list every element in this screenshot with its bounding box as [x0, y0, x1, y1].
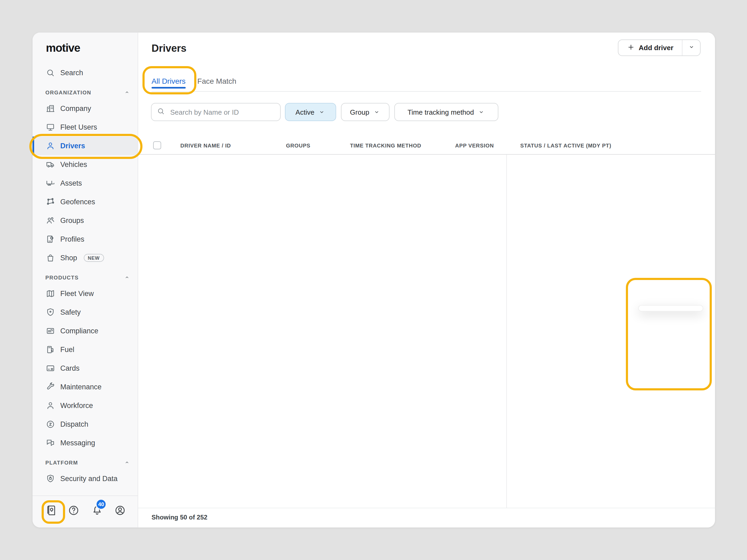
status-filter[interactable]: Active — [285, 103, 336, 121]
search-icon — [46, 68, 55, 77]
search-icon — [157, 107, 165, 117]
sidebar-item-label: Shop — [60, 254, 77, 262]
help-button[interactable] — [67, 505, 81, 518]
sidebar-item-maintenance[interactable]: Maintenance — [32, 378, 138, 396]
sidebar-item-label: Compliance — [60, 327, 99, 335]
sidebar-item-compliance[interactable]: Compliance — [32, 322, 138, 340]
sidebar-footer: 40 — [32, 496, 138, 528]
time-tracking-filter-label: Time tracking method — [407, 108, 474, 116]
safety-icon — [46, 308, 55, 317]
status-column-divider — [506, 155, 507, 508]
chevron-up-icon — [124, 459, 130, 465]
chevron-down-icon — [688, 43, 695, 53]
sidebar-item-label: Security and Data — [60, 475, 118, 483]
sidebar-section-products[interactable]: PRODUCTS — [32, 270, 138, 284]
sidebar-section-label: PLATFORM — [45, 459, 78, 465]
group-filter-label: Group — [350, 108, 369, 116]
sidebar-item-drivers[interactable]: Drivers — [32, 136, 138, 155]
sidebar-item-groups[interactable]: Groups — [32, 211, 138, 230]
company-icon — [46, 104, 55, 113]
sidebar-item-label: Search — [60, 69, 83, 77]
sidebar-item-fleet-users[interactable]: Fleet Users — [32, 118, 138, 136]
workforce-icon — [46, 401, 55, 410]
group-filter[interactable]: Group — [341, 103, 389, 121]
main-content: Drivers Add driver All Drivers Face Matc… — [138, 32, 715, 528]
column-header-driver-name: DRIVER NAME / ID — [180, 142, 231, 148]
bell-button[interactable]: 40 — [90, 505, 104, 518]
row-count-summary: Showing 50 of 252 — [152, 514, 207, 521]
geofences-icon — [46, 197, 55, 206]
tab-bar: All Drivers Face Match — [152, 71, 701, 92]
page-title: Drivers — [152, 43, 186, 54]
sidebar-item-vehicles[interactable]: Vehicles — [32, 155, 138, 174]
sidebar-item-search[interactable]: Search — [32, 63, 138, 82]
add-driver-label: Add driver — [639, 44, 673, 52]
chevron-up-icon — [124, 89, 130, 96]
new-badge: NEW — [83, 254, 104, 262]
driver-search-field — [151, 103, 281, 121]
assets-icon — [46, 179, 55, 188]
tab-face-match[interactable]: Face Match — [198, 71, 236, 91]
sidebar-item-shop[interactable]: ShopNEW — [32, 248, 138, 267]
sidebar-item-label: Vehicles — [60, 161, 87, 168]
plus-icon — [627, 43, 635, 53]
compliance-icon — [46, 326, 55, 336]
account-button[interactable] — [113, 505, 127, 518]
security-icon — [46, 474, 55, 483]
sidebar-item-fleet-view[interactable]: Fleet View — [32, 284, 138, 303]
sidebar-item-geofences[interactable]: Geofences — [32, 192, 138, 211]
map-book-button[interactable] — [44, 505, 58, 518]
sidebar-item-label: Drivers — [60, 142, 85, 150]
fuel-icon — [46, 345, 55, 354]
drivers-icon — [46, 141, 55, 151]
sidebar-item-label: Assets — [60, 179, 82, 187]
sidebar-item-fuel[interactable]: Fuel — [32, 340, 138, 359]
sidebar-section-organization[interactable]: ORGANIZATION — [32, 85, 138, 99]
sidebar-item-label: Safety — [60, 308, 81, 316]
sidebar-item-label: Fuel — [60, 346, 74, 354]
sidebar-item-profiles[interactable]: Profiles — [32, 230, 138, 248]
drivers-table-body — [138, 155, 715, 508]
sidebar-section-platform[interactable]: PLATFORM — [32, 455, 138, 469]
sidebar-item-safety[interactable]: Safety — [32, 303, 138, 322]
shop-icon — [46, 253, 55, 262]
chevron-down-icon — [373, 108, 381, 116]
sidebar-item-label: Workforce — [60, 402, 93, 409]
sidebar-item-security-and-data[interactable]: Security and Data — [32, 469, 138, 488]
sidebar-item-label: Geofences — [60, 198, 95, 206]
maintenance-icon — [46, 382, 55, 392]
sidebar-section-label: PRODUCTS — [45, 274, 79, 280]
status-filter-label: Active — [295, 108, 314, 116]
groups-icon — [46, 216, 55, 225]
vehicles-icon — [46, 160, 55, 169]
fleet-users-icon — [46, 123, 55, 132]
sidebar-item-workforce[interactable]: Workforce — [32, 396, 138, 415]
column-header-time-tracking: TIME TRACKING METHOD — [350, 142, 421, 148]
add-driver-button[interactable]: Add driver — [618, 39, 701, 56]
time-tracking-filter[interactable]: Time tracking method — [394, 103, 498, 121]
help-icon — [68, 505, 79, 518]
sidebar-item-cards[interactable]: Cards — [32, 359, 138, 378]
sidebar-item-label: Groups — [60, 216, 84, 224]
sidebar-item-label: Fleet View — [60, 290, 94, 298]
select-all-checkbox[interactable] — [153, 141, 161, 149]
sidebar-item-label: Profiles — [60, 235, 84, 243]
screen: motive SearchORGANIZATIONCompanyFleet Us… — [0, 0, 747, 560]
tab-all-drivers[interactable]: All Drivers — [152, 71, 186, 91]
sidebar-item-messaging[interactable]: Messaging — [32, 434, 138, 452]
sidebar-item-assets[interactable]: Assets — [32, 174, 138, 192]
sidebar-item-dispatch[interactable]: Dispatch — [32, 415, 138, 434]
column-header-groups: GROUPS — [286, 142, 311, 148]
account-icon — [114, 505, 126, 518]
profiles-icon — [46, 235, 55, 244]
sidebar-item-company[interactable]: Company — [32, 99, 138, 118]
sidebar-nav: SearchORGANIZATIONCompanyFleet UsersDriv… — [32, 63, 138, 488]
map-book-icon — [45, 505, 57, 518]
cards-icon — [46, 364, 55, 373]
column-header-status: STATUS / LAST ACTIVE (MDY PT) — [520, 142, 611, 148]
sidebar-item-label: Dispatch — [60, 420, 88, 428]
column-header-app-version: APP VERSION — [455, 142, 494, 148]
driver-search-input[interactable] — [169, 107, 275, 116]
add-driver-dropdown-toggle[interactable] — [682, 40, 700, 55]
sidebar-section-label: ORGANIZATION — [45, 89, 91, 95]
